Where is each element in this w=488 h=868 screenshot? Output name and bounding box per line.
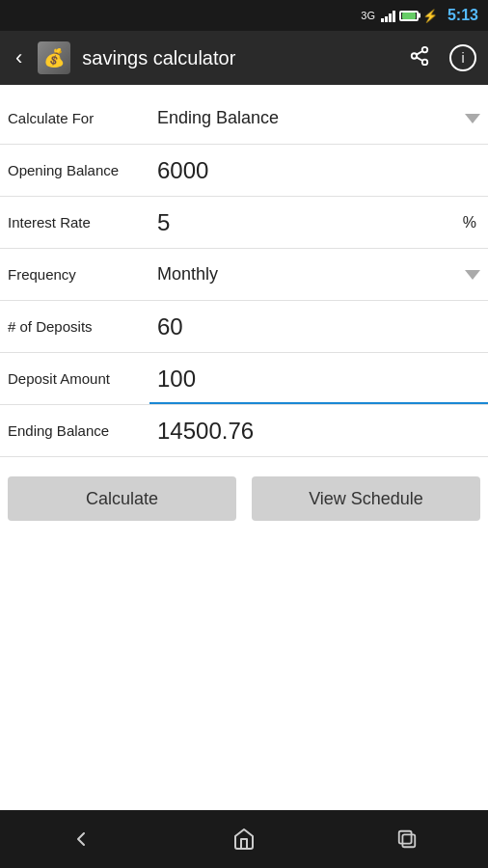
calculate-button[interactable]: Calculate — [8, 476, 236, 521]
time-display: 5:13 — [447, 7, 478, 24]
calculate-for-label: Calculate For — [8, 110, 157, 126]
info-button[interactable]: i — [449, 44, 476, 71]
signal-text: 3G — [361, 10, 375, 21]
back-button[interactable]: ‹ — [12, 41, 26, 74]
battery-icon — [399, 11, 419, 21]
nav-bar — [0, 810, 488, 868]
calculate-for-value: Ending Balance — [157, 108, 461, 128]
interest-rate-label: Interest Rate — [8, 214, 157, 231]
svg-line-4 — [417, 50, 422, 54]
ending-balance-value: 14500.76 — [157, 418, 480, 445]
app-bar: ‹ 💰 savings calculator i — [0, 31, 488, 85]
svg-rect-5 — [398, 831, 411, 844]
charging-icon: ⚡ — [422, 9, 438, 23]
recents-nav-button[interactable] — [378, 820, 436, 858]
interest-rate-row[interactable]: Interest Rate 5 % — [0, 197, 488, 249]
svg-line-3 — [417, 57, 422, 61]
deposit-amount-row[interactable]: Deposit Amount 100 — [0, 353, 488, 405]
frequency-dropdown-arrow — [465, 270, 480, 280]
deposit-amount-value: 100 — [157, 366, 480, 393]
calculate-for-row[interactable]: Calculate For Ending Balance — [0, 93, 488, 145]
calculate-for-dropdown-arrow — [465, 114, 480, 123]
status-bar: 3G ⚡ 5:13 — [0, 0, 488, 31]
app-title: savings calculator — [82, 47, 390, 69]
status-icons: ⚡ — [381, 9, 438, 23]
app-icon: 💰 — [38, 41, 70, 74]
signal-bars-icon — [381, 9, 395, 22]
opening-balance-label: Opening Balance — [8, 162, 157, 178]
ending-balance-label: Ending Balance — [8, 422, 157, 439]
ending-balance-row[interactable]: Ending Balance 14500.76 — [0, 405, 488, 457]
interest-rate-value: 5 — [157, 209, 463, 236]
svg-rect-6 — [402, 834, 415, 847]
form-content: Calculate For Ending Balance Opening Bal… — [0, 85, 488, 544]
num-deposits-label: # of Deposits — [8, 318, 157, 335]
share-button[interactable] — [401, 41, 438, 75]
frequency-label: Frequency — [8, 266, 157, 283]
deposit-amount-label: Deposit Amount — [8, 370, 157, 387]
frequency-row[interactable]: Frequency Monthly — [0, 249, 488, 301]
view-schedule-button[interactable]: View Schedule — [252, 476, 480, 521]
num-deposits-value: 60 — [157, 313, 480, 340]
opening-balance-value: 6000 — [157, 157, 480, 184]
back-nav-button[interactable] — [52, 820, 110, 858]
interest-rate-unit: % — [463, 214, 480, 231]
buttons-row: Calculate View Schedule — [0, 457, 488, 536]
opening-balance-row[interactable]: Opening Balance 6000 — [0, 145, 488, 197]
home-nav-button[interactable] — [215, 820, 273, 858]
frequency-value: Monthly — [157, 264, 461, 285]
num-deposits-row[interactable]: # of Deposits 60 — [0, 301, 488, 353]
